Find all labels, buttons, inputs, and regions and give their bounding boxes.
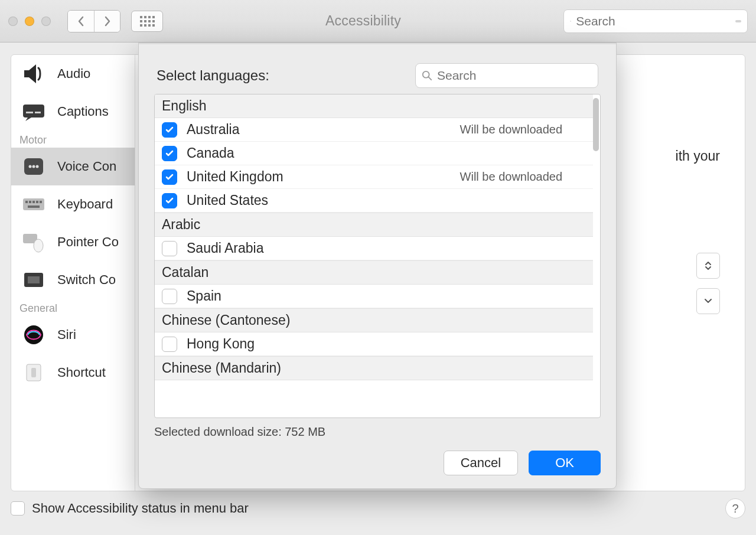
language-checkbox[interactable] <box>162 289 177 304</box>
sidebar-item-label: Audio <box>57 66 90 81</box>
language-sheet: Select languages: EnglishAustraliaWill b… <box>138 43 617 489</box>
language-row[interactable]: Hong Kong <box>155 332 593 356</box>
forward-button[interactable] <box>94 11 120 32</box>
svg-point-0 <box>570 21 571 21</box>
svg-point-17 <box>34 239 43 252</box>
search-caret-hint <box>735 20 741 22</box>
sidebar-item-pointer-control[interactable]: Pointer Co <box>11 223 135 261</box>
language-row[interactable]: AustraliaWill be downloaded <box>155 118 593 142</box>
language-list-scroll[interactable]: EnglishAustraliaWill be downloadedCanada… <box>155 94 593 417</box>
speaker-icon <box>19 61 48 87</box>
sheet-search-input[interactable] <box>437 68 592 83</box>
search-icon <box>422 70 432 81</box>
sidebar-item-label: Keyboard <box>57 197 113 212</box>
svg-line-24 <box>429 77 432 80</box>
language-row[interactable]: Saudi Arabia <box>155 237 593 260</box>
svg-rect-14 <box>40 201 42 203</box>
minimize-window-icon[interactable] <box>25 17 34 26</box>
voice-control-icon <box>19 154 48 180</box>
sidebar-item-voice-control[interactable]: Voice Con <box>11 148 135 185</box>
svg-rect-13 <box>36 201 38 203</box>
sidebar-item-label: Switch Co <box>57 272 116 288</box>
sidebar-item-label: Siri <box>57 327 76 342</box>
language-row[interactable]: Spain <box>155 285 593 308</box>
language-note: Will be downloaded <box>460 170 586 184</box>
show-status-checkbox[interactable] <box>11 501 25 516</box>
svg-rect-19 <box>28 276 40 283</box>
help-button[interactable]: ? <box>725 498 745 518</box>
show-all-button[interactable] <box>131 11 163 32</box>
svg-rect-9 <box>23 198 44 210</box>
sidebar-item-switch-control[interactable]: Switch Co <box>11 261 135 299</box>
sidebar-item-label: Shortcut <box>57 365 106 380</box>
switch-control-icon <box>19 267 48 293</box>
sidebar-item-label: Pointer Co <box>57 234 119 250</box>
stepper-icon <box>705 260 712 272</box>
sheet-footer: Selected download size: 752 MB Cancel OK <box>154 418 601 475</box>
sidebar-item-keyboard[interactable]: Keyboard <box>11 185 135 223</box>
language-label: Canada <box>187 145 234 161</box>
language-checkbox[interactable] <box>162 241 177 256</box>
language-label: United Kingdom <box>187 169 284 185</box>
sidebar: Audio Captions Motor Voice Con Keyboa <box>11 55 135 491</box>
language-note: Will be downloaded <box>460 123 586 136</box>
svg-rect-12 <box>32 201 35 203</box>
language-checkbox[interactable] <box>162 337 177 352</box>
language-dropdown-stepper[interactable] <box>696 253 720 279</box>
sidebar-item-audio[interactable]: Audio <box>11 55 135 93</box>
window-toolbar: Accessibility <box>0 0 756 43</box>
language-list: EnglishAustraliaWill be downloadedCanada… <box>154 94 601 418</box>
traffic-lights <box>8 17 51 26</box>
sheet-header: Select languages: <box>154 55 601 94</box>
language-checkbox[interactable] <box>162 122 177 138</box>
svg-rect-22 <box>31 368 36 377</box>
nav-back-forward <box>67 10 120 32</box>
language-label: Hong Kong <box>187 336 255 352</box>
language-row[interactable]: Canada <box>155 142 593 165</box>
sidebar-item-captions[interactable]: Captions <box>11 93 135 131</box>
toolbar-search-input[interactable] <box>576 14 731 28</box>
sheet-search[interactable] <box>415 63 598 88</box>
search-icon <box>570 16 571 27</box>
rhs-text-fragment: ith your <box>676 148 720 164</box>
back-button[interactable] <box>68 11 94 32</box>
svg-rect-11 <box>29 201 31 203</box>
svg-rect-10 <box>25 201 28 203</box>
close-window-icon[interactable] <box>8 17 18 26</box>
toolbar-search[interactable] <box>563 9 748 33</box>
sidebar-item-label: Captions <box>57 104 109 119</box>
language-row[interactable]: United States <box>155 189 593 213</box>
language-checkbox[interactable] <box>162 193 177 208</box>
ok-button[interactable]: OK <box>529 451 601 475</box>
keyboard-icon <box>19 191 48 217</box>
sidebar-item-label: Voice Con <box>57 159 116 174</box>
language-group-header: Arabic <box>155 213 593 237</box>
sidebar-section-motor: Motor <box>11 131 135 148</box>
cancel-button[interactable]: Cancel <box>444 451 518 475</box>
shortcut-icon <box>19 360 48 386</box>
sheet-title: Select languages: <box>157 67 269 84</box>
captions-icon <box>19 99 48 125</box>
download-size-label: Selected download size: 752 MB <box>154 425 601 439</box>
siri-icon <box>19 322 48 348</box>
language-checkbox[interactable] <box>162 146 177 161</box>
footer-row: Show Accessibility status in menu bar ? <box>11 498 745 518</box>
language-label: Australia <box>187 122 239 138</box>
chevron-down-icon <box>704 298 712 304</box>
sidebar-item-siri[interactable]: Siri <box>11 316 135 354</box>
language-label: Spain <box>187 288 221 304</box>
svg-rect-3 <box>26 112 33 113</box>
microphone-dropdown-caret[interactable] <box>696 288 720 314</box>
language-group-header: English <box>155 94 593 118</box>
svg-point-8 <box>36 165 39 168</box>
svg-rect-4 <box>35 112 41 113</box>
language-row[interactable]: United KingdomWill be downloaded <box>155 165 593 189</box>
language-group-header: Catalan <box>155 260 593 285</box>
scrollbar-thumb[interactable] <box>593 98 599 151</box>
language-label: United States <box>187 193 268 208</box>
svg-point-6 <box>29 165 32 168</box>
language-checkbox[interactable] <box>162 169 177 185</box>
fullscreen-window-icon[interactable] <box>41 17 51 26</box>
language-label: Saudi Arabia <box>187 240 263 256</box>
sidebar-item-shortcut[interactable]: Shortcut <box>11 354 135 392</box>
